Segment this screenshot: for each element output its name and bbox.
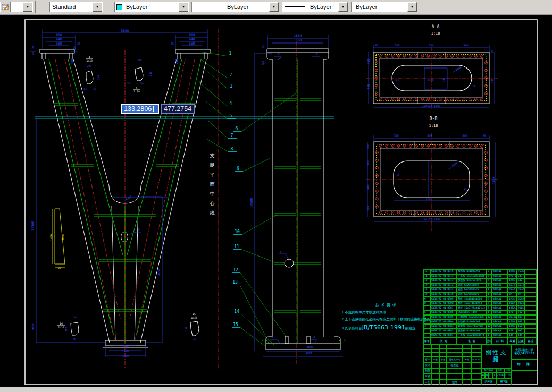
bom-cell: 12 xyxy=(487,315,492,320)
dim-text: 14 xyxy=(472,84,475,87)
bom-row: 8GB30722-01-0308腹板-16x3746x42542Q345qE10… xyxy=(423,301,537,306)
bolt-hole-center xyxy=(377,168,377,168)
chevron-down-icon[interactable]: ▼ xyxy=(338,2,348,12)
bom-cell xyxy=(525,306,537,311)
callout-8: 8 xyxy=(231,147,233,151)
bom-row: 7GB30722-01-0307腹板-16x3776x4421.32Q345qE… xyxy=(423,306,537,311)
signature-cell xyxy=(439,374,447,380)
callout-leader xyxy=(208,121,228,139)
scale-value: 1:10 xyxy=(504,372,512,378)
linetype-value: ByLayer xyxy=(225,4,269,10)
bom-cell: 1 xyxy=(487,283,492,288)
bom-cell: 1082.5 xyxy=(508,306,517,311)
bom-cell: GB30722-01-0307 xyxy=(430,306,457,311)
bolt-hole-center xyxy=(434,56,434,56)
dynamic-input-y[interactable]: 477.2754 xyxy=(161,104,195,114)
bolt-hole-center xyxy=(486,168,486,168)
revision-empty-cell xyxy=(432,348,439,353)
chevron-down-icon[interactable]: ▼ xyxy=(179,2,188,12)
bom-cell xyxy=(525,333,537,338)
dim-text: 48 xyxy=(483,134,486,137)
bom-cell: GB30722-01-0309 xyxy=(430,297,457,302)
bom-cell: 腹板-16x3746x4254 xyxy=(457,301,487,306)
bom-cell: GB30722-01-0310 xyxy=(430,292,457,297)
revision-empty-cell xyxy=(423,344,432,348)
bom-cell: 1256 xyxy=(508,324,517,329)
text-style-value: Standard xyxy=(50,4,93,10)
dynamic-input-x[interactable]: 133.2806 xyxy=(121,104,159,114)
title-block: 刚性支腿 太原科技大学 桥机0412013 焊 件 阶段标记 质量 比例 A B… xyxy=(423,344,537,385)
chevron-down-icon[interactable]: ▼ xyxy=(93,2,102,12)
callout-13: 13 xyxy=(232,280,238,285)
dim-text: 5800 xyxy=(121,29,129,32)
bom-cell xyxy=(525,287,537,292)
dim-text: 1443 xyxy=(61,234,64,240)
dim-text: 500 xyxy=(395,44,399,47)
plotstyle-combo[interactable]: ByLayer ▼ xyxy=(351,2,417,12)
bom-cell: L50x50x5-1450 xyxy=(457,310,487,315)
color-combo[interactable]: ByLayer ▼ xyxy=(114,2,189,12)
dim-text: 1804 xyxy=(122,350,129,353)
bolt-hole-center xyxy=(475,99,476,99)
bom-cell xyxy=(525,274,537,279)
bom-cell: 加劲板-8x275x1876 xyxy=(457,278,487,283)
bom-cell: 5 xyxy=(423,315,430,320)
section-scale-aa: 1:10 xyxy=(431,31,440,36)
text-cursor xyxy=(153,106,154,112)
bolt-hole-center xyxy=(422,56,423,56)
dim-text: 230 xyxy=(149,72,152,76)
bom-cell: 9 xyxy=(423,297,430,302)
dim-text: 100 xyxy=(366,144,370,149)
mass-value: 2236 xyxy=(496,372,504,378)
bom-cell xyxy=(525,320,537,325)
lineweight-sample xyxy=(285,6,305,7)
bom-cell: 8 xyxy=(423,301,430,306)
bom-cell: GB30722-01-0308 xyxy=(430,301,457,306)
bolt-hole-center xyxy=(377,183,377,184)
detail-label: 4 xyxy=(89,56,90,58)
dim-text: 300 xyxy=(366,160,370,165)
detail-label: 15 xyxy=(193,313,196,316)
bolt-hole-center xyxy=(481,212,482,212)
dim-text: 14 xyxy=(464,188,467,190)
text-style-combo[interactable]: Standard ▼ xyxy=(49,2,103,12)
lineweight-combo[interactable]: ByLayer ▼ xyxy=(282,2,348,12)
dim-text: 1580 xyxy=(307,345,314,348)
bom-cell: 隔板-6x275x1876 xyxy=(457,283,487,288)
dim-text: 73 xyxy=(127,82,130,85)
chevron-down-icon[interactable]: ▼ xyxy=(23,2,32,12)
dim-text: 30 xyxy=(93,88,96,90)
dim-text: 800 xyxy=(189,33,195,37)
bom-cell: 12 xyxy=(423,283,430,288)
dim-text: 1570 xyxy=(428,79,433,81)
stage-mark-header: 阶段标记 xyxy=(481,368,496,372)
bolt-hole-center xyxy=(481,56,482,56)
bottom-strip xyxy=(0,387,552,392)
bolt-hole-center xyxy=(416,146,416,146)
bom-cell: 1256 xyxy=(508,320,517,325)
linetype-combo[interactable]: ByLayer ▼ xyxy=(191,2,279,12)
bom-cell: 1776 xyxy=(508,297,517,302)
bom-cell: 542 xyxy=(517,320,525,325)
revision-empty-cell xyxy=(463,353,471,357)
drawing-area[interactable]: A-A 1:10 B-B 1:10 5800800800640640500500… xyxy=(0,14,552,387)
text-style-icon[interactable] xyxy=(0,2,11,12)
bolt-hole-center xyxy=(376,86,377,86)
detail-label: 5 xyxy=(136,87,138,89)
dim-text: 200 xyxy=(87,65,92,67)
revision-header-cell: 处数 xyxy=(432,357,439,362)
callout-5: 5 xyxy=(230,114,232,118)
signature-cell xyxy=(471,362,481,368)
chevron-down-icon[interactable]: ▼ xyxy=(269,2,279,12)
bom-cell: 小加劲板-6x250x1876 xyxy=(457,315,487,320)
bom-cell: 10 xyxy=(423,292,430,297)
bom-cell: 1 xyxy=(487,333,492,338)
bolt-hole-center xyxy=(486,78,486,78)
bom-cell xyxy=(525,278,537,283)
plotstyle-value: ByLayer xyxy=(352,4,407,10)
dim-text: 1100 xyxy=(492,177,495,184)
stage-mark: B xyxy=(485,372,489,378)
bolt-hole-center xyxy=(410,56,411,56)
bom-cell: 14 xyxy=(423,274,430,279)
chevron-down-icon[interactable]: ▼ xyxy=(407,2,417,12)
